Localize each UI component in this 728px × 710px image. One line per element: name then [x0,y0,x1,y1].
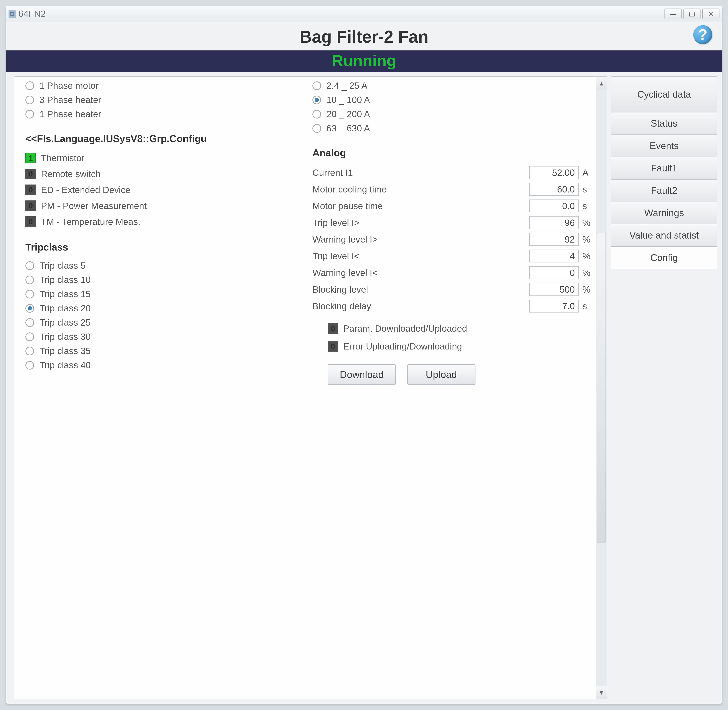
analog-row: Trip level I>% [312,214,594,231]
radio-icon[interactable] [25,347,34,355]
side-tab[interactable]: Warnings [611,202,717,224]
tripclass-option[interactable]: Trip class 40 [25,358,307,372]
analog-label: Trip level I> [312,217,526,228]
analog-row: Motor pause times [312,198,594,214]
analog-label: Trip level I< [312,251,526,261]
side-tab[interactable]: Cyclical data [611,76,717,113]
app-icon [9,10,16,18]
analog-input[interactable] [529,249,579,263]
analog-row: Trip level I<% [312,248,594,264]
checkbox-icon[interactable]: 0 [25,201,36,211]
analog-input[interactable] [529,183,579,196]
analog-label: Blocking level [312,284,526,295]
current-range-label: 2.4 _ 25 A [327,81,368,91]
radio-icon[interactable] [25,290,34,298]
app-window: 64FN2 — ▢ ✕ Bag Filter-2 Fan ? Running 1… [6,6,722,704]
checkbox-icon[interactable]: 1 [25,153,36,163]
config-panel: 1 Phase motor3 Phase heater1 Phase heate… [14,76,607,699]
tripclass-option[interactable]: Trip class 35 [25,344,307,358]
configu-item[interactable]: 0TM - Temperature Meas. [25,214,307,230]
scroll-up-icon[interactable]: ▴ [596,76,607,90]
checkbox-icon[interactable]: 0 [25,169,36,179]
tripclass-option[interactable]: Trip class 10 [25,273,307,287]
minimize-button[interactable]: — [665,9,681,19]
page-header: Bag Filter-2 Fan ? [6,21,722,50]
configu-label: ED - Extended Device [41,185,130,195]
maximize-button[interactable]: ▢ [683,9,700,19]
download-button[interactable]: Download [328,364,396,385]
tripclass-label: Trip class 30 [40,332,91,342]
side-tab[interactable]: Fault2 [611,179,717,202]
current-range-option[interactable]: 20 _ 200 A [312,107,594,121]
radio-icon[interactable] [312,124,321,133]
analog-unit: s [582,201,594,211]
radio-icon[interactable] [25,95,34,104]
close-button[interactable]: ✕ [702,9,719,19]
radio-icon[interactable] [25,361,34,370]
analog-status-label: Param. Downloaded/Uploaded [343,323,467,334]
configu-item[interactable]: 0Remote switch [25,166,307,182]
configu-label: Thermistor [41,153,84,163]
radio-icon[interactable] [312,95,321,104]
current-range-option[interactable]: 2.4 _ 25 A [312,79,594,93]
tripclass-option[interactable]: Trip class 30 [25,330,307,344]
analog-row: Warning level I<% [312,264,594,281]
current-range-option[interactable]: 10 _ 100 A [312,93,594,107]
checkbox-icon[interactable]: 0 [328,341,338,352]
configu-item[interactable]: 0PM - Power Measurement [25,198,307,214]
analog-unit: % [582,268,594,278]
motor-type-option[interactable]: 3 Phase heater [25,93,307,107]
radio-icon[interactable] [25,332,34,341]
radio-icon[interactable] [25,276,34,284]
side-tab[interactable]: Fault1 [611,157,717,180]
scroll-track[interactable] [596,90,607,686]
tripclass-option[interactable]: Trip class 20 [25,301,307,315]
motor-type-option[interactable]: 1 Phase heater [25,107,307,121]
side-tab[interactable]: Status [611,112,717,135]
radio-icon[interactable] [25,304,34,313]
motor-type-option[interactable]: 1 Phase motor [25,79,307,93]
analog-row: Blocking level% [312,281,594,298]
analog-status-item[interactable]: 0Param. Downloaded/Uploaded [328,320,594,336]
radio-icon[interactable] [312,81,321,90]
tripclass-option[interactable]: Trip class 15 [25,287,307,301]
tripclass-option[interactable]: Trip class 5 [25,258,307,273]
side-tab[interactable]: Value and statist [611,224,717,247]
tripclass-label: Trip class 15 [40,289,91,299]
radio-icon[interactable] [312,110,321,119]
scroll-thumb[interactable] [597,233,606,543]
checkbox-icon[interactable]: 0 [25,216,36,227]
analog-row: Motor cooling times [312,181,594,198]
side-tab[interactable]: Config [611,246,717,269]
current-range-option[interactable]: 63 _ 630 A [312,121,594,135]
checkbox-icon[interactable]: 0 [25,185,36,195]
analog-label: Warning level I< [312,268,526,278]
analog-input[interactable] [529,283,579,296]
motor-type-label: 1 Phase motor [40,81,98,91]
side-tab[interactable]: Events [611,135,717,157]
analog-input[interactable] [529,300,579,312]
radio-icon[interactable] [25,318,34,327]
analog-input[interactable] [529,200,579,213]
analog-input[interactable] [529,216,579,229]
status-text: Running [332,52,396,70]
tripclass-option[interactable]: Trip class 25 [25,315,307,330]
radio-icon[interactable] [25,261,34,270]
upload-button[interactable]: Upload [407,364,476,385]
analog-input[interactable] [529,266,579,279]
radio-icon[interactable] [25,81,34,90]
tripclass-label: Trip class 10 [40,274,91,285]
analog-status-item[interactable]: 0Error Uploading/Downloading [328,338,594,354]
tripclass-section-title: Tripclass [25,241,307,253]
configu-item[interactable]: 1Thermistor [25,150,307,166]
help-icon[interactable]: ? [693,25,712,44]
configu-item[interactable]: 0ED - Extended Device [25,182,307,198]
vertical-scrollbar[interactable]: ▴ ▾ [596,76,607,699]
analog-input[interactable] [529,233,579,246]
analog-input[interactable] [529,166,579,179]
tripclass-label: Trip class 35 [40,346,91,356]
scroll-down-icon[interactable]: ▾ [596,686,607,699]
tripclass-label: Trip class 20 [40,303,91,314]
checkbox-icon[interactable]: 0 [328,323,338,334]
radio-icon[interactable] [25,110,34,119]
